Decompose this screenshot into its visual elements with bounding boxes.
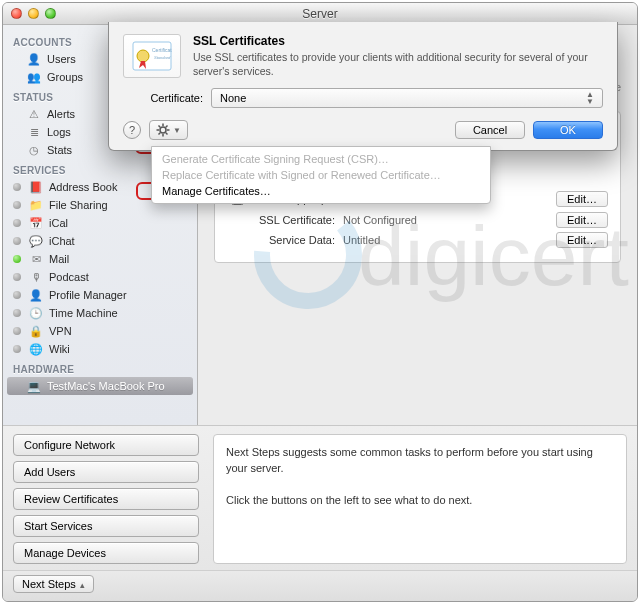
task-buttons: Configure Network Add Users Review Certi… <box>13 434 199 564</box>
kv-value: Not Configured <box>343 214 548 226</box>
time-machine-icon: 🕒 <box>29 306 43 320</box>
close-icon[interactable] <box>11 8 22 19</box>
menu-item-replace: Replace Certificate with Signed or Renew… <box>152 167 490 183</box>
next-steps-panel: Next Steps suggests some common tasks to… <box>213 434 627 564</box>
sidebar-item-label: Wiki <box>49 343 70 355</box>
sidebar-item-label: Time Machine <box>49 307 118 319</box>
sidebar-item-profile-manager[interactable]: 👤 Profile Manager <box>7 286 193 304</box>
edit-push-button[interactable]: Edit… <box>556 191 608 207</box>
start-services-button[interactable]: Start Services <box>13 515 199 537</box>
kv-key: SSL Certificate: <box>227 214 335 226</box>
add-users-button[interactable]: Add Users <box>13 461 199 483</box>
ssl-certificates-sheet: Certificate Standard SSL Certificates Us… <box>108 22 618 151</box>
sidebar-item-label: Profile Manager <box>49 289 127 301</box>
next-steps-label: Next Steps <box>22 578 76 590</box>
certificate-value: None <box>220 92 246 104</box>
svg-text:Certificate: Certificate <box>152 47 172 53</box>
sidebar-item-label: TestMac's MacBook Pro <box>47 380 165 392</box>
mail-icon: ✉ <box>29 252 43 266</box>
sidebar-item-podcast[interactable]: 🎙 Podcast <box>7 268 193 286</box>
next-steps-button[interactable]: Next Steps <box>13 575 94 593</box>
zoom-icon[interactable] <box>45 8 56 19</box>
edit-ssl-button[interactable]: Edit… <box>556 212 608 228</box>
sidebar-item-wiki[interactable]: 🌐 Wiki <box>7 340 193 358</box>
certificate-popup[interactable]: None ▲▼ <box>211 88 603 108</box>
svg-line-12 <box>159 126 161 128</box>
help-icon[interactable]: ? <box>123 121 141 139</box>
status-dot-icon <box>13 219 21 227</box>
next-steps-text: Click the buttons on the left to see wha… <box>226 493 614 509</box>
gear-dropdown: Generate Certificate Signing Request (CS… <box>151 146 491 204</box>
chevron-down-icon: ▼ <box>173 126 181 135</box>
stats-icon: ◷ <box>27 143 41 157</box>
configure-network-button[interactable]: Configure Network <box>13 434 199 456</box>
window-title: Server <box>3 7 637 21</box>
group-icon: 👥 <box>27 70 41 84</box>
svg-text:Standard: Standard <box>154 55 171 60</box>
status-dot-icon <box>13 201 21 209</box>
svg-point-7 <box>160 127 166 133</box>
edit-service-data-button[interactable]: Edit… <box>556 232 608 248</box>
sidebar-item-label: Address Book <box>49 181 117 193</box>
folder-icon: 📁 <box>29 198 43 212</box>
sidebar-item-label: Users <box>47 53 76 65</box>
sheet-title: SSL Certificates <box>193 34 603 48</box>
kv-row: SSL Certificate: Not Configured Edit… <box>227 212 608 228</box>
sidebar-item-label: VPN <box>49 325 72 337</box>
sidebar-item-label: Logs <box>47 126 71 138</box>
sheet-description: Use SSL certificates to provide your cli… <box>193 51 603 78</box>
chat-icon: 💬 <box>29 234 43 248</box>
ok-button[interactable]: OK <box>533 121 603 139</box>
kv-row: Service Data: Untitled Edit… <box>227 232 608 248</box>
status-dot-icon <box>13 237 21 245</box>
sidebar-item-label: Podcast <box>49 271 89 283</box>
sidebar-item-label: Alerts <box>47 108 75 120</box>
kv-key: Service Data: <box>227 234 335 246</box>
certificate-icon: Certificate Standard <box>123 34 181 78</box>
minimize-icon[interactable] <box>28 8 39 19</box>
logs-icon: ≣ <box>27 125 41 139</box>
status-dot-icon <box>13 309 21 317</box>
manage-devices-button[interactable]: Manage Devices <box>13 542 199 564</box>
sidebar-item-mail[interactable]: ✉ Mail <box>7 250 193 268</box>
laptop-icon: 💻 <box>27 379 41 393</box>
svg-line-15 <box>159 133 161 135</box>
status-dot-icon <box>13 255 21 263</box>
bottom-area: Configure Network Add Users Review Certi… <box>3 425 637 570</box>
user-icon: 👤 <box>27 52 41 66</box>
gear-menu-button[interactable]: ▼ <box>149 120 188 140</box>
sidebar-item-label: iChat <box>49 235 75 247</box>
sidebar-item-vpn[interactable]: 🔒 VPN <box>7 322 193 340</box>
alert-icon: ⚠ <box>27 107 41 121</box>
chevron-up-icon <box>80 578 85 590</box>
next-steps-text: Next Steps suggests some common tasks to… <box>226 445 614 477</box>
sidebar-item-ichat[interactable]: 💬 iChat <box>7 232 193 250</box>
svg-point-4 <box>137 50 149 62</box>
gear-icon <box>156 123 170 137</box>
updown-icon: ▲▼ <box>586 91 594 105</box>
calendar-icon: 📅 <box>29 216 43 230</box>
globe-icon: 🌐 <box>29 342 43 356</box>
profile-icon: 👤 <box>29 288 43 302</box>
sidebar-item-label: Groups <box>47 71 83 83</box>
sidebar-item-label: iCal <box>49 217 68 229</box>
status-dot-icon <box>13 345 21 353</box>
menu-item-csr: Generate Certificate Signing Request (CS… <box>152 151 490 167</box>
sidebar-item-time-machine[interactable]: 🕒 Time Machine <box>7 304 193 322</box>
status-dot-icon <box>13 327 21 335</box>
sidebar-item-label: Stats <box>47 144 72 156</box>
lock-icon: 🔒 <box>29 324 43 338</box>
review-certificates-button[interactable]: Review Certificates <box>13 488 199 510</box>
podcast-icon: 🎙 <box>29 270 43 284</box>
sidebar-item-label: File Sharing <box>49 199 108 211</box>
status-dot-icon <box>13 273 21 281</box>
cancel-button[interactable]: Cancel <box>455 121 525 139</box>
sidebar-item-ical[interactable]: 📅 iCal <box>7 214 193 232</box>
footer-bar: Next Steps <box>3 570 637 601</box>
status-dot-icon <box>13 183 21 191</box>
status-dot-icon <box>13 291 21 299</box>
svg-line-14 <box>166 126 168 128</box>
svg-line-13 <box>166 133 168 135</box>
menu-item-manage-certificates[interactable]: Manage Certificates… <box>152 183 490 199</box>
sidebar-item-hardware[interactable]: 💻 TestMac's MacBook Pro <box>7 377 193 395</box>
